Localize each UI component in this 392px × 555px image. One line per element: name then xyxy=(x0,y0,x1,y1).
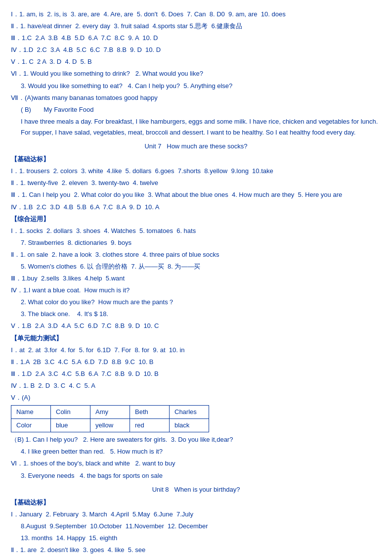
unit7-comp-3: Ⅲ．1.buy 2.sells 3.likes 4.help 5.want xyxy=(11,273,381,284)
unit8-basic-2: Ⅱ．1. are 2. doesn't like 3. goes 4. like… xyxy=(11,545,381,555)
unit7-basic-4: Ⅳ．1.B 2.C 3.D 4.B 5.B 6.A 7.C 8.A 9. D 1… xyxy=(11,202,381,213)
unit7-comprehensive-section: 【综合运用】 Ⅰ．1. socks 2. dollars 3. shoes 4.… xyxy=(11,214,381,332)
after-table-4: 3. Everyone needs 4. the bags for sports… xyxy=(21,470,381,481)
line-4: Ⅳ．1.D 2.C 3.A 4.B 5.C 6.C 7.B 8.B 9. D 1… xyxy=(11,45,381,55)
after-table-2: 4. I like green better than red. 5. How … xyxy=(21,446,381,457)
line-9: ( B) My Favorite Food xyxy=(21,104,381,115)
unit7-table: Name Colin Amy Beth Charles Color blue y… xyxy=(11,405,209,432)
unit7-comp-4c: 3. The black one. 4. It's $ 18. xyxy=(21,309,381,320)
unit7-basic-2: Ⅱ．1. twenty-five 2. eleven 3. twenty-two… xyxy=(11,178,381,188)
unit8-basic-label: 【基础达标】 xyxy=(11,497,381,508)
unit7-comp-2: Ⅱ．1. on sale 2. have a look 3. clothes s… xyxy=(11,249,381,260)
table-cell: Colin xyxy=(51,406,90,419)
unit7-comp-1b: 7. Strawberries 8. dictionaries 9. boys xyxy=(21,237,381,248)
unit7-comp-label: 【综合运用】 xyxy=(11,214,381,225)
unit8-basic-section: 【基础达标】 Ⅰ．January 2. February 3. March 4.… xyxy=(11,497,381,555)
unit7-basic-label: 【基础达标】 xyxy=(11,154,381,165)
line-3: Ⅲ．1.C 2.A 3.B 4.B 5.D 6.A 7.C 8.C 9. A 1… xyxy=(11,33,381,44)
line-6: Ⅵ．1. Would you like something to drink? … xyxy=(11,68,381,79)
unit7-basic-3: Ⅲ．1. Can I help you 2. What color do you… xyxy=(11,189,381,200)
table-cell: Amy xyxy=(90,406,130,419)
table-cell: blue xyxy=(51,419,90,432)
line-2: Ⅱ．1. have/eat dinner 2. every day 3. fru… xyxy=(11,21,381,32)
unit7-table-container: Name Colin Amy Beth Charles Color blue y… xyxy=(11,405,381,432)
unit7-comp-4a: Ⅳ．1.I want a blue coat. How much is it? xyxy=(11,285,381,296)
unit7-test-5: Ⅴ．(A) xyxy=(11,392,381,403)
unit7-comp-1: Ⅰ．1. socks 2. dollars 3. shoes 4. Watche… xyxy=(11,226,381,236)
table-cell: Beth xyxy=(130,406,170,419)
unit7-test-1: Ⅰ．at 2. at 3.for 4. for 5. for 6.1D 7. F… xyxy=(11,345,381,356)
unit7-test-label: 【单元能力测试】 xyxy=(11,333,381,344)
unit7-test-4: Ⅳ．1. B 2. D 3. C 4. C 5. A xyxy=(11,380,381,391)
unit7-test-2: Ⅱ．1.A 2B 3.C 4.C 5.A 6.D 7.D 8.B 9.C 10.… xyxy=(11,357,381,368)
table-cell: red xyxy=(130,419,170,432)
line-5: Ⅴ．1. C 2 A 3. D 4. D 5. B xyxy=(11,56,381,67)
unit7-title: Unit 7 How much are these socks? xyxy=(11,141,381,152)
unit8-basic-1b: 8.August 9.September 10.October 11.Novem… xyxy=(21,521,381,532)
after-table-3: Ⅵ．1. shoes of the boy's, black and white… xyxy=(11,458,381,469)
table-cell: Name xyxy=(11,406,51,419)
unit7-comp-5: Ⅴ．1.B 2.A 3.D 4.A 5.C 6.D 7.C 8.B 9. D 1… xyxy=(11,321,381,331)
unit8-basic-1: Ⅰ．January 2. February 3. March 4.April 5… xyxy=(11,509,381,520)
table-row-header: Name Colin Amy Beth Charles xyxy=(11,406,209,419)
unit7-comp-2b: 5. Women's clothes 6. 以 合理的价格 7. 从——买 8.… xyxy=(21,261,381,272)
page-content: Ⅰ．1. am, is 2. is, is 3. are, are 4. Are… xyxy=(11,9,381,555)
pre-unit7-section: Ⅰ．1. am, is 2. is, is 3. are, are 4. Are… xyxy=(11,9,381,138)
line-8: Ⅶ．(A)wants many bananas tomatoes good ha… xyxy=(11,92,381,103)
table-row-data: Color blue yellow red black xyxy=(11,419,209,432)
line-10: I have three meals a day. For breakfast,… xyxy=(21,116,381,138)
table-cell: black xyxy=(170,419,209,432)
unit8-title: Unit 8 When is your birthday? xyxy=(11,484,381,495)
unit7-basic-1: Ⅰ．1. trousers 2. colors 3. white 4.like … xyxy=(11,166,381,177)
unit7-comp-4b: 2. What color do you like? How much are … xyxy=(21,297,381,308)
table-cell: yellow xyxy=(90,419,130,432)
table-cell: Charles xyxy=(170,406,209,419)
unit8-basic-1c: 13. months 14. Happy 15. eighth xyxy=(21,533,381,544)
unit7-test-section: 【单元能力测试】 Ⅰ．at 2. at 3.for 4. for 5. for … xyxy=(11,333,381,404)
table-cell: Color xyxy=(11,419,51,432)
line-7: 3. Would you like something to eat? 4. C… xyxy=(21,81,381,92)
line-1: Ⅰ．1. am, is 2. is, is 3. are, are 4. Are… xyxy=(11,9,381,20)
after-table-1: （B) 1. Can I help you? 2. Here are sweat… xyxy=(11,434,381,445)
unit7-test-3: Ⅲ．1.D 2.A 3.C 4.C 5.B 6.A 7.C 8.B 9. D 1… xyxy=(11,369,381,379)
unit7-basic-section: 【基础达标】 Ⅰ．1. trousers 2. colors 3. white … xyxy=(11,154,381,212)
unit7-after-table-section: （B) 1. Can I help you? 2. Here are sweat… xyxy=(11,434,381,481)
